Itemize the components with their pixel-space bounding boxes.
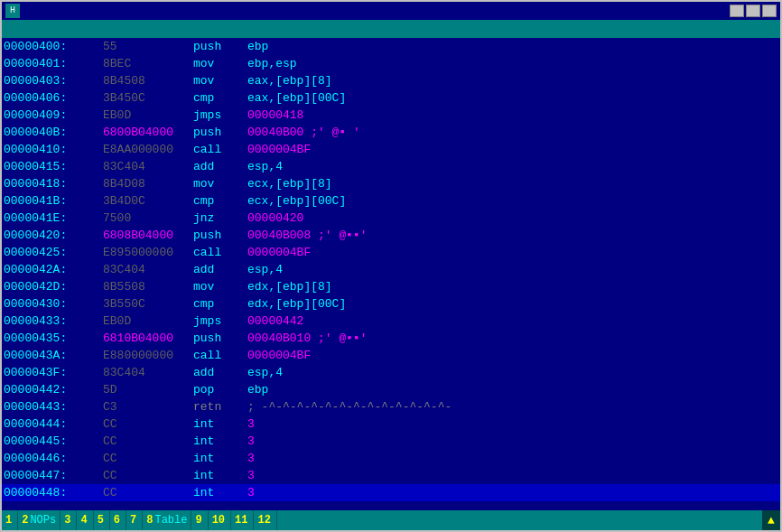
- operands: eax,[ebp][8]: [247, 74, 778, 88]
- address: 00000442:: [4, 383, 103, 397]
- mnemonic: push: [193, 40, 247, 53]
- code-line[interactable]: 00000401:8BECmovebp,esp: [2, 55, 780, 72]
- code-line[interactable]: 00000410:E8AA000000call0000004BF: [2, 141, 780, 158]
- bottom-bar-item-10[interactable]: 10: [209, 510, 231, 530]
- bytes: 6810B04000: [103, 331, 193, 345]
- operands: 0000004BF: [247, 349, 778, 362]
- code-line[interactable]: 0000041B:3B4D0Ccmpecx,[ebp][00C]: [2, 192, 780, 210]
- bottom-bar-item-9[interactable]: 9: [191, 510, 208, 530]
- code-line[interactable]: 00000435:6810B04000push00040B010 ;' @▪▪': [2, 330, 780, 347]
- close-button[interactable]: [762, 5, 777, 17]
- bytes: 3B450C: [103, 91, 193, 105]
- bytes: E880000000: [103, 349, 193, 362]
- code-line[interactable]: 00000445:CCint3: [2, 433, 780, 450]
- function-key-num: 8: [146, 514, 153, 527]
- code-line[interactable]: 0000043F:83C404addesp,4: [2, 364, 780, 381]
- bytes: 8BEC: [103, 57, 193, 70]
- operands: 00000420: [247, 211, 778, 225]
- bottom-bar-item-5[interactable]: 5: [94, 510, 110, 530]
- main-container: 00000400:55pushebp00000401:8BECmovebp,es…: [0, 20, 782, 532]
- file-info: [769, 23, 777, 35]
- code-line[interactable]: 00000425:E895000000call0000004BF: [2, 244, 780, 261]
- operands: ebp: [247, 40, 778, 53]
- bytes: CC: [103, 452, 193, 465]
- code-line[interactable]: 00000415:83C404addesp,4: [2, 158, 780, 175]
- address: 00000401:: [4, 57, 103, 70]
- bytes: EB0D: [103, 314, 193, 328]
- bytes: 6800B04000: [103, 126, 193, 139]
- code-line[interactable]: 00000420:6808B04000push00040B008 ;' @▪▪': [2, 227, 780, 244]
- mnemonic: call: [193, 349, 247, 362]
- code-line[interactable]: 0000042A:83C404addesp,4: [2, 261, 780, 278]
- mnemonic: cmp: [193, 297, 247, 311]
- bytes: CC: [103, 486, 193, 499]
- minimize-button[interactable]: [730, 5, 744, 17]
- bytes: 3B550C: [103, 297, 193, 311]
- bottom-bar-item-2[interactable]: 2NOPs: [18, 510, 61, 530]
- bytes: 5D: [103, 383, 193, 397]
- bottom-bar-item-7[interactable]: 7: [126, 510, 143, 530]
- bottom-bar-item-12[interactable]: 12: [254, 510, 276, 530]
- operands: 0000004BF: [247, 143, 778, 156]
- mnemonic: add: [193, 263, 247, 276]
- mnemonic: add: [193, 366, 247, 379]
- code-line[interactable]: 0000043A:E880000000call0000004BF: [2, 347, 780, 364]
- bytes: 8B5508: [103, 280, 193, 294]
- code-line[interactable]: 0000040B:6800B04000push00040B00 ;' @▪ ': [2, 124, 780, 141]
- operands: 3: [247, 452, 778, 465]
- operands: 3: [247, 417, 778, 431]
- code-line[interactable]: 00000418:8B4D08movecx,[ebp][8]: [2, 175, 780, 192]
- code-line[interactable]: 00000403:8B4508moveax,[ebp][8]: [2, 72, 780, 89]
- code-line[interactable]: 00000448:CCint3: [2, 484, 780, 501]
- bottom-bar-item-6[interactable]: 6: [110, 510, 126, 530]
- operands: edx,[ebp][8]: [247, 280, 778, 294]
- code-line[interactable]: 00000442:5Dpopebp: [2, 381, 780, 398]
- code-line[interactable]: 00000446:CCint3: [2, 450, 780, 467]
- bytes: 8B4508: [103, 74, 193, 88]
- code-line[interactable]: 00000406:3B450Ccmpeax,[ebp][00C]: [2, 89, 780, 107]
- address: 0000042A:: [4, 263, 103, 276]
- code-line[interactable]: 00000447:CCint3: [2, 467, 780, 484]
- address: 00000447:: [4, 469, 103, 482]
- operands: ebp,esp: [247, 57, 778, 70]
- bottom-bar-item-8[interactable]: 8Table: [143, 510, 191, 530]
- code-line[interactable]: 0000041E:7500jnz00000420: [2, 210, 780, 227]
- mnemonic: cmp: [193, 91, 247, 105]
- function-key-num: 10: [212, 514, 225, 527]
- mnemonic: int: [193, 434, 247, 448]
- bytes: CC: [103, 417, 193, 431]
- operands: ecx,[ebp][00C]: [247, 194, 778, 208]
- bottom-bar-item-3[interactable]: 3: [61, 510, 77, 530]
- function-key-num: 6: [114, 514, 120, 527]
- code-line[interactable]: 00000430:3B550Ccmpedx,[ebp][00C]: [2, 295, 780, 313]
- bytes: 83C404: [103, 160, 193, 173]
- address: 0000043F:: [4, 366, 103, 379]
- bytes: 83C404: [103, 263, 193, 276]
- mnemonic: jnz: [193, 211, 247, 225]
- operands: 00000418: [247, 108, 778, 122]
- bottom-bar-item-4[interactable]: 4: [77, 510, 93, 530]
- address: 0000040B:: [4, 126, 103, 139]
- code-line[interactable]: 00000433:EB0Djmps00000442: [2, 313, 780, 330]
- address: 00000406:: [4, 91, 103, 105]
- operands: edx,[ebp][00C]: [247, 297, 778, 311]
- bytes: E895000000: [103, 246, 193, 259]
- maximize-button[interactable]: [746, 5, 760, 17]
- address: 00000400:: [4, 40, 103, 53]
- code-line[interactable]: 00000444:CCint3: [2, 415, 780, 433]
- code-line[interactable]: 00000409:EB0Djmps00000418: [2, 107, 780, 124]
- bottom-bar-item-1[interactable]: 1: [2, 510, 18, 530]
- operands: 3: [247, 434, 778, 448]
- bytes: 3B4D0C: [103, 194, 193, 208]
- code-area[interactable]: 00000400:55pushebp00000401:8BECmovebp,es…: [2, 38, 780, 510]
- address: 00000410:: [4, 143, 103, 156]
- bytes: EB0D: [103, 108, 193, 122]
- address: 00000445:: [4, 434, 103, 448]
- address: 0000041E:: [4, 211, 103, 225]
- function-key-num: 5: [98, 514, 104, 527]
- code-line[interactable]: 00000443:C3retn; -^-^-^-^-^-^-^-^-^-^-^-…: [2, 398, 780, 415]
- code-line[interactable]: 0000042D:8B5508movedx,[ebp][8]: [2, 278, 780, 295]
- operands: ebp: [247, 383, 778, 397]
- bottom-bar-item-11[interactable]: 11: [231, 510, 254, 530]
- code-line[interactable]: 00000400:55pushebp: [2, 38, 780, 55]
